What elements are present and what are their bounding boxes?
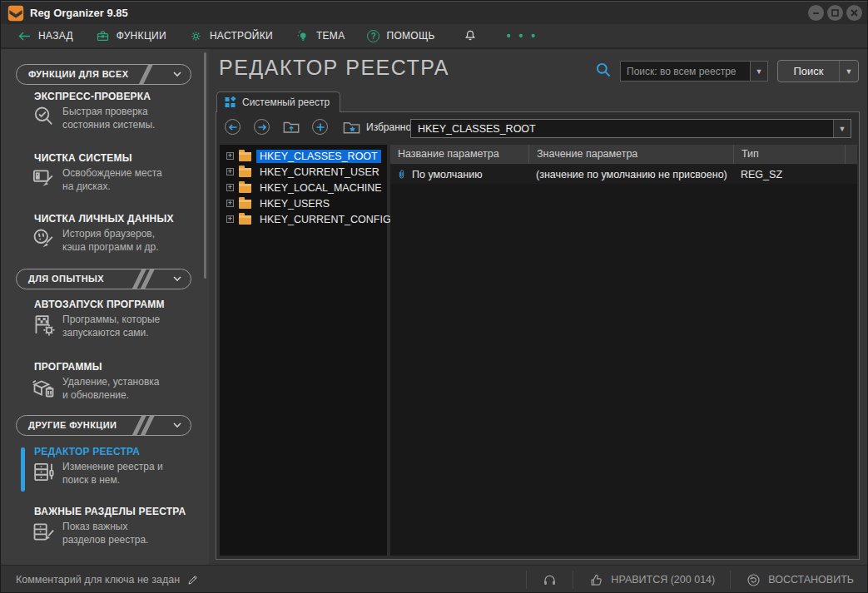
minimize-button[interactable] <box>808 5 824 21</box>
close-button[interactable] <box>846 5 862 21</box>
menu-theme[interactable]: ТЕМА <box>295 29 345 43</box>
tree-item-label[interactable]: HKEY_CURRENT_USER <box>256 166 383 179</box>
expand-plus-icon[interactable]: + <box>226 168 234 175</box>
item-title: ПРОГРАММЫ <box>34 361 199 373</box>
search-scope-value: Поиск: во всем реестре <box>621 66 750 77</box>
parent-key-button[interactable] <box>282 118 300 136</box>
address-dropdown-icon[interactable]: ▼ <box>833 120 851 137</box>
favorites-button[interactable] <box>342 118 361 137</box>
tree-item-label[interactable]: HKEY_CURRENT_CONFIG <box>256 213 394 226</box>
tree-item-label[interactable]: HKEY_USERS <box>256 197 333 210</box>
search-split-arrow-icon[interactable]: ▼ <box>839 61 858 82</box>
like-label: НРАВИТСЯ (200 014) <box>611 574 715 586</box>
address-input[interactable] <box>411 123 833 135</box>
help-icon: ? <box>367 30 379 42</box>
tree-item[interactable]: + HKEY_CLASSES_ROOT <box>220 148 387 164</box>
table-header: Название параметра Значение параметра Ти… <box>390 145 857 165</box>
notifications-bell-icon[interactable] <box>463 28 478 43</box>
autorun-icon <box>31 312 57 338</box>
tab-system-registry[interactable]: Системный реестр <box>216 91 340 112</box>
column-header-name[interactable]: Название параметра <box>390 145 528 164</box>
section-header-label: ФУНКЦИИ ДЛЯ ВСЕХ <box>28 69 128 79</box>
tree-item[interactable]: + HKEY_USERS <box>220 195 387 211</box>
folder-icon <box>239 168 251 177</box>
sidebar-item-programs[interactable]: ПРОГРАММЫ Удаление, установкаи обновлени… <box>31 361 199 402</box>
nav-back-button[interactable] <box>225 119 241 135</box>
search-icon <box>595 62 613 79</box>
sidebar: ФУНКЦИИ ДЛЯ ВСЕХ ЭКСПРЕСС-ПРОВЕРКА Быстр… <box>1 49 209 565</box>
sidebar-section-other-functions[interactable]: ДРУГИЕ ФУНКЦИИ <box>16 415 191 436</box>
menu-help[interactable]: ? ПОМОЩЬ <box>367 30 434 42</box>
combo-arrow-icon[interactable]: ▼ <box>750 62 767 81</box>
values-table: Название параметра Значение параметра Ти… <box>390 145 857 556</box>
expand-plus-icon[interactable]: + <box>226 152 234 160</box>
item-title: ВАЖНЫЕ РАЗДЕЛЫ РЕЕСТРА <box>34 506 199 517</box>
chevron-down-icon <box>173 72 181 77</box>
lightbulb-icon <box>295 29 310 43</box>
sidebar-item-autorun[interactable]: АВТОЗАПУСК ПРОГРАММ Программы, которыеза… <box>31 299 199 339</box>
restore-button[interactable]: ВОССТАНОВИТЬ <box>731 566 868 593</box>
item-desc: Показ важныхразделов реестра. <box>62 519 148 546</box>
column-header-type[interactable]: Тип <box>733 145 845 164</box>
search-scope-combobox[interactable]: Поиск: во всем реестре ▼ <box>620 61 768 82</box>
column-header-value[interactable]: Значение параметра <box>528 145 733 164</box>
expand-plus-icon[interactable]: + <box>226 184 234 191</box>
main-content: РЕДАКТОР РЕЕСТРА Поиск: во всем реестре … <box>209 49 868 565</box>
expand-plus-icon[interactable]: + <box>226 215 234 223</box>
menu-label: НАСТРОЙКИ <box>210 30 273 42</box>
sidebar-item-registry-editor[interactable]: РЕДАКТОР РЕЕСТРА Изменение реестра ипоис… <box>31 446 199 487</box>
item-title: ЭКСПРЕСС-ПРОВЕРКА <box>34 91 199 102</box>
address-bar[interactable]: ▼ <box>410 119 851 138</box>
maximize-button[interactable] <box>827 5 843 21</box>
menu-label: ФУНКЦИИ <box>117 30 166 42</box>
sidebar-item-registry-sections[interactable]: ВАЖНЫЕ РАЗДЕЛЫ РЕЕСТРА Показ важныхразде… <box>31 506 199 546</box>
express-check-icon <box>31 104 57 130</box>
menu-functions[interactable]: ФУНКЦИИ <box>96 29 166 43</box>
sidebar-item-express-check[interactable]: ЭКСПРЕСС-ПРОВЕРКА Быстрая проверкасостоя… <box>31 91 199 131</box>
expand-plus-icon[interactable]: + <box>226 200 234 207</box>
value-type: REG_SZ <box>733 169 845 180</box>
menu-settings[interactable]: НАСТРОЙКИ <box>189 29 273 43</box>
column-header-spacer <box>845 145 857 164</box>
folder-icon <box>239 215 251 225</box>
favorites-label[interactable]: Избранное <box>366 121 417 133</box>
item-desc: Быстрая проверкасостояния системы. <box>62 104 155 131</box>
search-button[interactable]: Поиск ▼ <box>777 60 859 82</box>
menu-bar: НАЗАД ФУНКЦИИ НАСТРОЙКИ ТЕМА ? ПОМОЩЬ • … <box>1 24 868 49</box>
item-desc: История браузеров,кэша программ и др. <box>62 226 159 254</box>
support-button[interactable] <box>527 566 573 593</box>
table-row[interactable]: По умолчанию (значение по умолчанию не п… <box>390 165 857 184</box>
item-desc: Удаление, установкаи обновление. <box>62 374 159 402</box>
thumbs-up-icon <box>588 572 604 588</box>
briefcase-icon <box>96 29 110 43</box>
more-menu-button[interactable]: • • • <box>507 29 538 42</box>
registry-tree[interactable]: + HKEY_CLASSES_ROOT + HKEY_CURRENT_USER … <box>220 145 387 556</box>
tree-item-label[interactable]: HKEY_LOCAL_MACHINE <box>256 181 385 195</box>
nav-forward-button[interactable] <box>254 119 270 135</box>
edit-comment-pencil-icon[interactable] <box>186 573 200 586</box>
stripe-decor <box>137 64 153 85</box>
status-bar: Комментарий для ключа не задан НРАВИТСЯ … <box>1 565 868 593</box>
tree-item[interactable]: + HKEY_CURRENT_USER <box>220 164 387 180</box>
registry-tab-icon <box>225 96 236 108</box>
menu-back[interactable]: НАЗАД <box>17 29 73 43</box>
tree-item[interactable]: + HKEY_CURRENT_CONFIG <box>220 211 387 227</box>
folder-icon <box>239 152 251 161</box>
app-window: Reg Organizer 9.85 НАЗАД ФУНКЦИИ НАСТРОЙ… <box>0 0 868 593</box>
menu-label: ПОМОЩЬ <box>386 30 434 42</box>
sidebar-section-advanced[interactable]: ДЛЯ ОПЫТНЫХ <box>16 269 191 289</box>
folder-icon <box>239 200 251 209</box>
item-desc: Освобождение местана дисках. <box>62 166 162 193</box>
item-title: РЕДАКТОР РЕЕСТРА <box>34 446 199 457</box>
sidebar-item-system-cleanup[interactable]: ЧИСТКА СИСТЕМЫ Освобождение местана диск… <box>31 152 199 193</box>
window-title: Reg Organizer 9.85 <box>30 2 128 25</box>
tree-item-label[interactable]: HKEY_CLASSES_ROOT <box>256 150 381 163</box>
like-button[interactable]: НРАВИТСЯ (200 014) <box>573 566 730 593</box>
sidebar-scrollbar[interactable] <box>204 52 206 279</box>
key-comment-text: Комментарий для ключа не задан <box>16 574 180 586</box>
add-key-button[interactable] <box>312 119 328 135</box>
registry-sections-icon <box>31 519 57 545</box>
sidebar-section-functions-for-all[interactable]: ФУНКЦИИ ДЛЯ ВСЕХ <box>16 64 191 85</box>
sidebar-item-private-data[interactable]: ЧИСТКА ЛИЧНЫХ ДАННЫХ История браузеров,к… <box>31 213 199 254</box>
tree-item[interactable]: + HKEY_LOCAL_MACHINE <box>220 180 387 195</box>
